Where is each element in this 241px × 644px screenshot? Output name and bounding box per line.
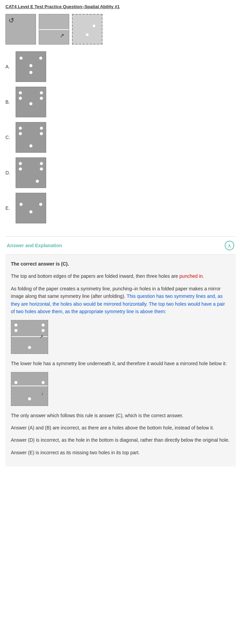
arrow-icon: ↗ [39, 333, 43, 340]
diagonal-arrow-icon: ↗ [60, 32, 64, 39]
small-diagram-1-container: ↗ [11, 320, 230, 356]
figure-3-answer [72, 14, 103, 45]
correct-answer-para: The correct answer is (C). [11, 260, 230, 268]
question-figures: ↺ ↗ [5, 14, 236, 45]
explanation-para6: Answer (D) is incorrect, as the hole in … [11, 436, 230, 444]
explanation-para5: Answer (A) and (B) are incorrect, as the… [11, 424, 230, 431]
option-e-label: E. [5, 205, 16, 211]
option-b[interactable]: B. [5, 87, 236, 117]
option-e-box [16, 193, 46, 223]
option-c[interactable]: C. [5, 122, 236, 153]
highlight-blue-text: This question has two symmetry lines and… [11, 293, 225, 314]
figure-1: ↺ [5, 14, 36, 45]
explanation-header: Answer and Explanation ∧ [5, 236, 236, 255]
explanation-title: Answer and Explanation [7, 243, 62, 248]
option-d[interactable]: D. [5, 157, 236, 188]
highlight-punched: punched in [180, 273, 203, 279]
page-container: CAT4 Level E Test Practice Question–Spat… [0, 0, 241, 471]
small-diagram-2: ↓ [11, 372, 48, 406]
option-a[interactable]: A. [5, 51, 236, 82]
option-e[interactable]: E. [5, 193, 236, 223]
option-d-label: D. [5, 170, 16, 175]
explanation-para1: The top and bottom edges of the papers a… [11, 272, 230, 280]
explanation-para7: Answer (E) is incorrect as its missing t… [11, 449, 230, 456]
small-diagram-1: ↗ [11, 320, 48, 354]
option-b-label: B. [5, 99, 16, 105]
option-c-label: C. [5, 135, 16, 140]
option-c-box [16, 122, 46, 153]
down-arrow-icon: ↓ [41, 390, 43, 397]
small-diagram-2-container: ↓ [11, 372, 230, 408]
explanation-para3: The lower hole has a symmetry line under… [11, 360, 230, 367]
option-d-box [16, 157, 46, 188]
hole-bottom-center [86, 33, 89, 36]
option-a-label: A. [5, 64, 16, 69]
option-a-box [16, 51, 46, 82]
hole-top-right [92, 24, 96, 28]
explanation-para4: The only answer which follows this rule … [11, 412, 230, 419]
figure-2: ↗ [39, 14, 69, 45]
option-b-box [16, 87, 46, 117]
curved-arrow-icon: ↺ [8, 16, 14, 24]
collapse-button[interactable]: ∧ [225, 241, 234, 250]
correct-answer-text: The correct answer is (C). [11, 261, 69, 267]
page-title: CAT4 Level E Test Practice Question–Spat… [5, 4, 236, 9]
explanation-para2: As folding of the paper creates a symmet… [11, 285, 230, 316]
explanation-body: The correct answer is (C). The top and b… [5, 255, 236, 467]
